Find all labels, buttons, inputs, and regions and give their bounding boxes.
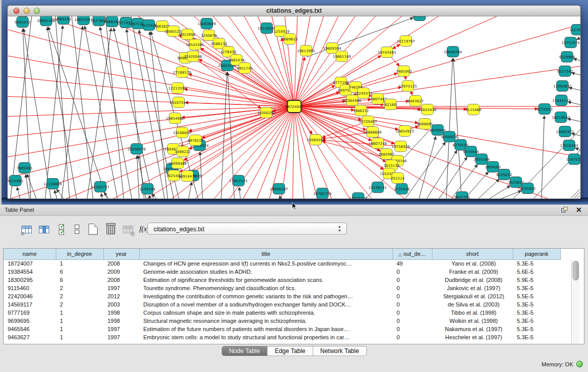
graph-node[interactable]: 9463627 — [407, 96, 423, 106]
row-checks-icon[interactable] — [54, 222, 69, 236]
graph-node[interactable]: 18724007 — [285, 100, 303, 113]
cell-short: Jankovic et al. (1997) — [432, 284, 513, 292]
graph-node[interactable]: 12923448 — [349, 193, 367, 200]
select-columns-icon[interactable] — [37, 222, 51, 236]
graph-node-label: 9315981 — [8, 179, 24, 183]
graph-node[interactable]: 10958107 — [270, 184, 288, 194]
column-header-in_degree[interactable]: in_degree — [56, 249, 103, 259]
close-panel-icon[interactable]: ✕ — [576, 206, 582, 214]
graph-node[interactable]: 27188176 — [173, 67, 191, 78]
graph-node[interactable]: 1167533 — [566, 154, 581, 165]
table-row[interactable]: 1456911722003Disruption of a novel membe… — [4, 300, 560, 309]
graph-node[interactable]: 7485063 — [396, 66, 411, 77]
table-row[interactable]: 911546021997Tourette syndrome. Phenomeno… — [4, 284, 560, 292]
graph-node[interactable]: 9857791 — [454, 192, 470, 200]
cell-year: 1998 — [103, 309, 139, 317]
memory-status-icon[interactable] — [576, 361, 583, 367]
window-resize-grip[interactable] — [571, 189, 580, 198]
table-row[interactable]: 946362711997Embryonic stem cells: a mode… — [4, 333, 560, 341]
graph-node[interactable]: 16083809 — [198, 18, 216, 29]
graph-node[interactable]: 20691406 — [37, 16, 55, 26]
tab-edge-table[interactable]: Edge Table — [268, 346, 313, 356]
table-row[interactable]: 969969511998Structural magnetic resonanc… — [4, 317, 560, 325]
column-header-year[interactable]: year — [103, 249, 139, 259]
graph-node[interactable]: 16782759 — [313, 188, 332, 199]
graph-node[interactable]: 7685081 — [16, 163, 32, 173]
new-document-icon[interactable] — [86, 222, 100, 236]
tab-network-table[interactable]: Network Table — [313, 346, 366, 356]
graph-node[interactable]: 15720407 — [359, 116, 377, 127]
table-scrollbar[interactable] — [571, 260, 580, 343]
window-titlebar[interactable]: citations_edges.txt — [8, 6, 580, 16]
graph-node[interactable]: 252214 — [391, 173, 405, 184]
float-panel-icon[interactable] — [561, 207, 569, 214]
window-title: citations_edges.txt — [8, 7, 580, 14]
graph-node[interactable]: 15751074 — [561, 37, 580, 48]
graph-node[interactable]: 9215933 — [536, 104, 552, 115]
graph-node[interactable]: 16210643 — [552, 112, 570, 123]
graph-node[interactable]: 19654962 — [166, 113, 184, 124]
graph-node[interactable]: 16648784 — [444, 47, 462, 57]
graph-node[interactable]: 7986372 — [353, 105, 368, 116]
cell-short: Wolkin et al. (1998) — [432, 317, 513, 325]
graph-node[interactable]: 8878222 — [187, 135, 203, 146]
graph-node-label: 7986372 — [353, 109, 368, 113]
graph-node[interactable]: 10107554 — [169, 97, 188, 108]
table-row[interactable]: 1872400712008Changes of HCN gene express… — [4, 259, 560, 268]
graph-node[interactable]: 9115460 — [465, 104, 481, 115]
graph-node[interactable]: 10025438 — [418, 104, 437, 115]
graph-node[interactable]: 1523652 — [508, 177, 524, 188]
graph-node[interactable]: 12213593 — [168, 83, 187, 94]
graph-node[interactable]: 1498222 — [175, 146, 190, 157]
graph-node[interactable]: 20206576 — [127, 144, 146, 155]
graph-node[interactable]: 12342757 — [91, 182, 110, 192]
graph-node[interactable]: 1951745 — [236, 63, 252, 74]
tab-node-table[interactable]: Node Table — [222, 346, 268, 356]
graph-node[interactable]: 8912954 — [179, 29, 195, 40]
citation-network-graph[interactable]: 9405572206914062883191106532871527602646… — [8, 16, 581, 199]
table-row[interactable]: 2242004622012Investigating the contribut… — [4, 292, 560, 300]
table-row[interactable]: 1938455462009Genome-wide association stu… — [4, 268, 560, 276]
table-row[interactable]: 946554611997Estimation of the future num… — [4, 325, 560, 333]
table-select-dropdown[interactable]: citations_edges.txt ▲▼ — [147, 223, 347, 235]
column-header-short[interactable]: short — [432, 249, 513, 259]
graph-node[interactable]: 13444133 — [552, 95, 571, 106]
graph-node[interactable]: 9699695 — [417, 119, 432, 129]
table-scrollbar-thumb[interactable] — [573, 261, 579, 280]
graph-node[interactable]: 62160 — [385, 99, 397, 110]
graph-node[interactable]: 9405572 — [14, 17, 30, 28]
graph-node[interactable]: 17016504 — [560, 140, 578, 151]
graph-node[interactable]: 14136141 — [368, 182, 387, 193]
graph-node[interactable]: 12093832 — [553, 81, 572, 92]
graph-node[interactable]: 10653287 — [74, 16, 93, 25]
graph-edge-black — [105, 16, 124, 199]
merge-rows-icon[interactable] — [70, 222, 84, 236]
graph-node[interactable]: 9227342 — [557, 66, 573, 77]
column-header-title[interactable]: title — [139, 249, 393, 259]
graph-node[interactable]: 1733426 — [394, 184, 410, 194]
graph-node[interactable]: 8813054 — [411, 16, 428, 21]
column-header-out_degree[interactable]: △out_de… — [393, 249, 432, 259]
graph-node[interactable]: 9245012 — [496, 169, 512, 180]
table-row[interactable]: 1830029562008Estimation of significance … — [4, 276, 560, 284]
column-header-pagerank[interactable]: pagerank — [513, 249, 560, 259]
delete-table-icon[interactable] — [103, 222, 118, 236]
graph-node[interactable]: 1117063 — [569, 25, 581, 35]
graph-node[interactable]: 1145194 — [139, 184, 156, 194]
cell-year: 2008 — [103, 259, 139, 268]
graph-node[interactable]: 10688609 — [363, 127, 382, 138]
graph-node[interactable]: 1669613 — [281, 34, 297, 45]
graph-node[interactable]: 19613992 — [297, 46, 315, 56]
graph-node[interactable]: 9245052 — [519, 183, 535, 194]
graph-node[interactable]: 9329966 — [559, 52, 575, 62]
table-row[interactable]: 977716911998Corpus callosum shape and si… — [4, 309, 560, 317]
graph-node[interactable]: 15892971 — [556, 126, 574, 137]
table-settings-icon[interactable]: ⚙ — [19, 222, 34, 236]
network-canvas[interactable]: 9405572206914062883191106532871527602646… — [8, 16, 580, 199]
cell-name: 9699695 — [4, 317, 56, 325]
graph-node[interactable]: 19166857 — [173, 127, 191, 138]
graph-edge-red — [289, 106, 294, 199]
graph-node[interactable]: 2883191 — [55, 16, 71, 25]
graph-node[interactable]: 9315981 — [8, 176, 24, 186]
column-header-name[interactable]: name — [4, 249, 56, 259]
